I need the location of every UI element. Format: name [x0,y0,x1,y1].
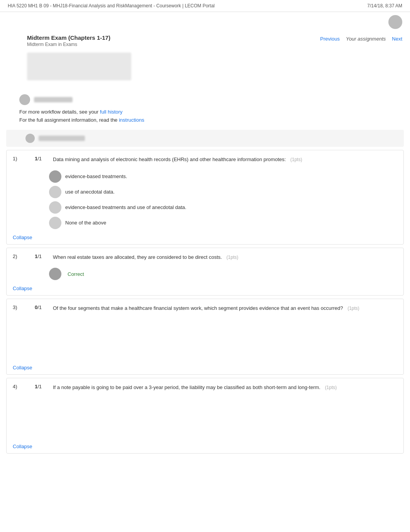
answer-text-1-2: use of anecdotal data. [65,189,115,195]
info-links: For more workflow details, see your full… [0,107,410,127]
full-history-link[interactable]: full history [100,109,123,115]
status-row [0,91,410,107]
assignment-subtitle: Midterm Exam in Exams [27,42,110,47]
question-number-1: 1) [13,156,24,163]
collapse-link-2[interactable]: Collapse [13,286,32,291]
question-number-4: 4) [13,384,24,391]
answer-bubble-1-1 [49,170,61,183]
collapse-link-3[interactable]: Collapse [13,365,32,371]
collapse-link-1[interactable]: Collapse [13,235,32,240]
question-text-area-3: Of the four segments that make a healthc… [53,304,397,312]
assignment-header: Midterm Exam (Chapters 1-17) Midterm Exa… [0,31,410,49]
questions-container: 1) 1/1 Data mining and analysis of elect… [0,150,410,454]
answer-options-2: Correct [7,265,403,283]
collapse-row-3: Collapse [7,362,403,374]
collapse-link-4[interactable]: Collapse [13,444,32,449]
assignment-title: Midterm Exam (Chapters 1-17) [27,34,110,41]
next-link[interactable]: Next [392,36,402,42]
question-score-4: 1/1 [35,384,42,389]
question-score-block-2: 1/1 [27,253,50,261]
your-assignments-label: Your assignments [346,36,386,42]
top-bar-title: HIA 5220 MH1 B 09 - MHJ18-Financial Anal… [8,3,215,8]
answer-text-1-4: None of the above [65,220,106,226]
answer-text-1-1: evidence-based treatments. [65,173,127,179]
blurred-image-block [27,53,131,80]
answer-option-1-2: use of anecdotal data. [49,184,397,200]
question-main-4: 4) 1/1 If a note payable is going to be … [7,378,403,395]
question-block-3: 3) 0/1 Of the four segments that make a … [6,299,404,375]
question-pts-1: (1pts) [290,157,302,162]
question-block-4: 4) 1/1 If a note payable is going to be … [6,378,404,454]
question-block-1: 1) 1/1 Data mining and analysis of elect… [6,150,404,245]
answer-option-1-4: None of the above [49,215,397,231]
question-text-area-2: When real estate taxes are allocated, th… [53,253,397,261]
answer-option-1-1: evidence-based treatments. [49,169,397,184]
collapse-row-2: Collapse [7,283,403,295]
assignment-info: For the full assignment information, rea… [19,117,402,123]
question-text-area-1: Data mining and analysis of electronic h… [53,156,397,163]
section-header-left [25,134,85,143]
answer-option-2-1: Correct [49,266,397,282]
question-number-3: 3) [13,304,24,312]
collapse-row-4: Collapse [7,441,403,453]
question-score-block-4: 1/1 [27,384,50,391]
workflow-info: For more workflow details, see your full… [19,109,402,115]
workflow-text: For more workflow details, see your [19,109,100,115]
question-text-4: If a note payable is going to be paid ov… [53,384,320,390]
collapse-row-1: Collapse [7,232,403,244]
avatar[interactable] [388,15,402,29]
question-score-2: 1/1 [35,253,42,259]
empty-answer-area-3 [7,316,403,362]
question-score-block-1: 1/1 [27,156,50,163]
answer-options-1: evidence-based treatments. use of anecdo… [7,167,403,232]
answer-text-2-1: Correct [68,271,84,277]
question-pts-4: (1pts) [325,385,337,390]
question-block-2: 2) 1/1 When real estate taxes are alloca… [6,248,404,296]
question-number-2: 2) [13,253,24,261]
question-pts-3: (1pts) [347,306,359,311]
question-text-area-4: If a note payable is going to be paid ov… [53,384,397,391]
question-score-1: 1/1 [35,156,42,161]
instructions-link[interactable]: instructions [119,117,144,123]
empty-answer-area-4 [7,395,403,441]
answer-option-1-3: evidence-based treatments and use of ane… [49,200,397,215]
section-icon [25,134,35,143]
question-main-2: 2) 1/1 When real estate taxes are alloca… [7,248,403,265]
answer-bubble-1-2 [49,186,61,198]
question-main-1: 1) 1/1 Data mining and analysis of elect… [7,150,403,167]
section-header [6,130,404,147]
previous-link[interactable]: Previous [320,36,340,42]
question-text-3: Of the four segments that make a healthc… [53,305,343,311]
question-text-2: When real estate taxes are allocated, th… [53,254,222,260]
assignment-text: For the full assignment information, rea… [19,117,119,123]
question-pts-2: (1pts) [227,255,239,260]
top-bar-time: 7/14/18, 8:37 AM [367,3,402,8]
answer-bubble-2-1 [49,268,61,280]
question-score-3: 0/1 [35,304,42,310]
top-bar: HIA 5220 MH1 B 09 - MHJ18-Financial Anal… [0,0,410,12]
answer-bubble-1-4 [49,217,61,229]
section-title [39,136,85,141]
question-text-1: Data mining and analysis of electronic h… [53,156,286,162]
question-score-block-3: 0/1 [27,304,50,312]
answer-text-1-3: evidence-based treatments and use of ane… [65,204,186,210]
status-text [34,97,73,102]
assignment-title-block: Midterm Exam (Chapters 1-17) Midterm Exa… [27,34,110,47]
avatar-area [0,12,410,31]
answer-bubble-1-3 [49,201,61,214]
status-icon [19,94,30,105]
question-main-3: 3) 0/1 Of the four segments that make a … [7,299,403,316]
assignment-nav: Previous Your assignments Next [320,34,402,42]
